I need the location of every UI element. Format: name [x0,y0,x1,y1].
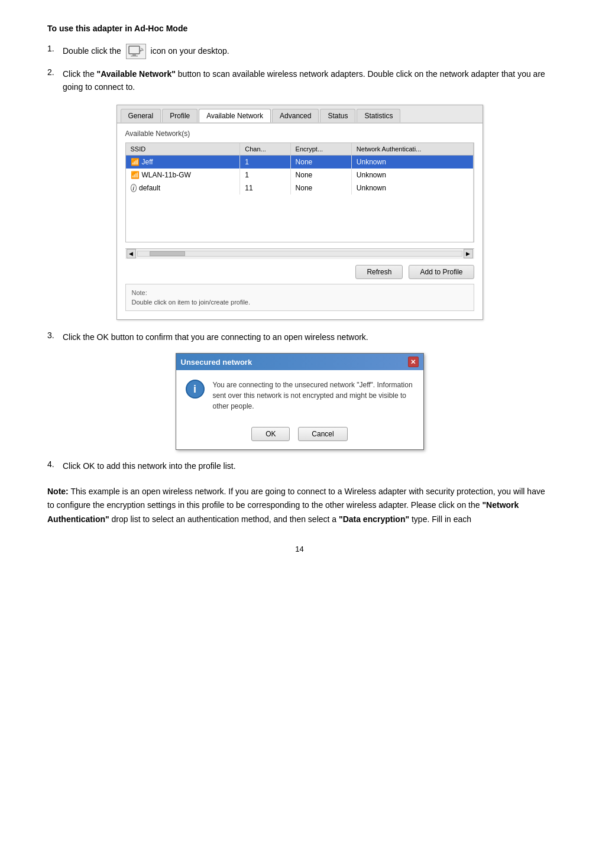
note-text: Double click on item to join/create prof… [132,299,468,306]
svg-rect-1 [132,54,136,56]
row-encrypt: None [290,182,351,195]
step-3-number: 3. [47,331,59,340]
section-label: Available Network(s) [125,129,474,138]
step-3: 3. Click the OK button to confirm that y… [47,331,552,344]
desktop-icon [126,44,146,59]
note-text-1: This example is an open wireless network… [47,487,545,510]
note-text-2: drop list to select an authentication me… [109,514,339,524]
dialog-titlebar: Unsecured network ✕ [176,354,423,370]
step-4-text: Click OK to add this network into the pr… [63,459,236,472]
dialog-close-button[interactable]: ✕ [408,357,419,367]
data-encryption-bold: "Data encryption" [339,514,409,524]
note-title: Note: [132,289,468,296]
row-channel: 1 [240,155,290,169]
step-4: 4. Click OK to add this network into the… [47,459,552,472]
dialog-info-icon: i [186,380,205,399]
available-network-screenshot: General Profile Available Network Advanc… [47,105,552,320]
step-1-text: Double click the icon on your desktop. [63,44,229,59]
row-auth: Unknown [351,155,473,169]
note-text-3: type. Fill in each [409,514,471,524]
tab-general[interactable]: General [121,109,161,122]
col-encrypt: Encrypt... [290,143,351,156]
tab-advanced[interactable]: Advanced [272,109,319,122]
step-2-text: Click the "Available Network" button to … [63,67,552,94]
empty-row [126,195,474,242]
tab-content: Available Network(s) SSID Chan... Encryp… [117,124,483,319]
svg-rect-0 [129,46,140,54]
step-1: 1. Double click the icon on your desktop… [47,44,552,59]
col-channel: Chan... [240,143,290,156]
scroll-track[interactable] [137,251,462,257]
note-section: Note: This example is an open wireless n… [47,485,552,527]
dialog-title: Unsecured network [181,358,252,367]
tab-statistics[interactable]: Statistics [357,109,400,122]
dialog-ok-button[interactable]: OK [251,427,290,441]
step-1-number: 1. [47,44,59,53]
row-channel: 11 [240,182,290,195]
page-number: 14 [47,545,552,553]
table-row[interactable]: 📶Jeff 1 None Unknown [126,155,474,169]
scroll-right-arrow[interactable]: ▶ [464,249,473,258]
row-encrypt: None [290,169,351,182]
row-auth: Unknown [351,182,473,195]
svg-rect-2 [131,56,138,57]
refresh-button[interactable]: Refresh [355,265,403,279]
dialog-screenshot: Unsecured network ✕ i You are connecting… [47,353,552,450]
row-ssid: 📶Jeff [126,155,240,169]
network-dialog: General Profile Available Network Advanc… [116,105,483,320]
note-label: Note: [47,487,69,496]
unsecured-network-dialog: Unsecured network ✕ i You are connecting… [176,353,424,450]
wifi-icon: 📶 [131,158,140,166]
row-auth: Unknown [351,169,473,182]
tab-available-network[interactable]: Available Network [199,109,271,122]
step-2: 2. Click the "Available Network" button … [47,67,552,94]
add-to-profile-button[interactable]: Add to Profile [409,265,474,279]
tab-bar: General Profile Available Network Advanc… [117,105,483,124]
table-header-row: SSID Chan... Encrypt... Network Authenti… [126,143,474,156]
dialog-message: You are connecting to the unsecured netw… [213,380,414,412]
row-ssid: idefault [126,182,240,195]
dialog-buttons: OK Cancel [176,421,423,449]
row-ssid: 📶WLAN-11b-GW [126,169,240,182]
dialog-body: i You are connecting to the unsecured ne… [176,370,423,421]
network-table: SSID Chan... Encrypt... Network Authenti… [126,143,474,242]
dialog-cancel-button[interactable]: Cancel [298,427,347,441]
info-icon: i [131,184,137,192]
table-row[interactable]: 📶WLAN-11b-GW 1 None Unknown [126,169,474,182]
buttons-row: Refresh Add to Profile [125,265,474,279]
col-ssid: SSID [126,143,240,156]
table-row[interactable]: idefault 11 None Unknown [126,182,474,195]
page-title: To use this adapter in Ad-Hoc Mode [47,24,552,33]
step-3-text: Click the OK button to confirm that you … [63,331,368,344]
scroll-left-arrow[interactable]: ◀ [127,249,136,258]
svg-point-3 [140,50,141,51]
tab-status[interactable]: Status [320,109,355,122]
row-channel: 1 [240,169,290,182]
network-table-container: SSID Chan... Encrypt... Network Authenti… [125,142,474,242]
horizontal-scrollbar[interactable]: ◀ ▶ [125,248,474,259]
step-2-number: 2. [47,67,59,77]
row-encrypt: None [290,155,351,169]
step-4-number: 4. [47,459,59,469]
wifi2-icon: 📶 [131,171,140,179]
note-box: Note: Double click on item to join/creat… [125,284,474,311]
col-auth: Network Authenticati... [351,143,473,156]
scroll-thumb[interactable] [150,251,185,256]
tab-profile[interactable]: Profile [162,109,197,122]
